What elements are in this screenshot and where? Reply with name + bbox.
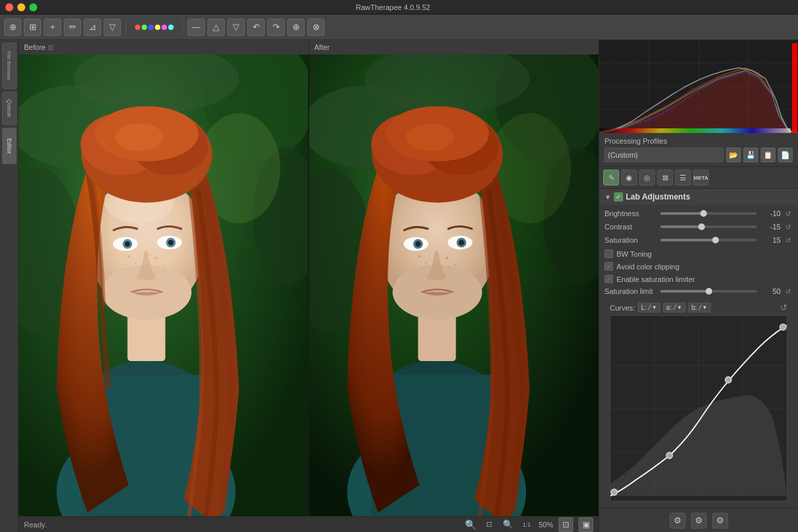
brightness-reset[interactable]: ↺ [783, 209, 793, 218]
sidebar-item-queue[interactable]: Queue [2, 92, 17, 125]
image-area: Before ⊡ After [19, 40, 598, 532]
brightness-track[interactable] [660, 212, 757, 215]
pencil-tool-btn[interactable]: ✏ [64, 19, 81, 36]
panels-scroll: ▼ ✓ Lab Adjustments Brightness -10 ↺ [599, 189, 798, 508]
sidebar-item-editor[interactable]: Editor [2, 128, 17, 164]
left-sidebar: File Browser Queue Editor [0, 40, 19, 532]
color-dot-magenta [162, 25, 167, 30]
sat-limit-track[interactable] [660, 290, 757, 293]
crop-tool-btn[interactable]: ⊕ [4, 19, 21, 36]
b-channel-select[interactable]: b: ∕ ▼ [688, 303, 711, 313]
before-icon: ⊡ [48, 44, 53, 51]
lab-adjustments-title: Lab Adjustments [626, 192, 690, 201]
curves-canvas[interactable] [610, 315, 787, 501]
meta-tool-btn[interactable]: META [693, 170, 709, 186]
pp-copy-btn[interactable]: 📋 [761, 148, 775, 162]
triangle-up-btn[interactable]: △ [207, 19, 225, 36]
status-text: Ready. [24, 521, 47, 529]
svg-point-61 [406, 124, 454, 151]
color-tool-btn[interactable]: ◎ [639, 170, 655, 186]
bottom-bar: Ready. 🔍 ⊡ 🔍 1:1 50% ⊡ ▣ [19, 516, 598, 532]
lab-adjustments-content: Brightness -10 ↺ Contrast [599, 205, 798, 508]
brightness-slider-row: Brightness -10 ↺ [604, 209, 793, 218]
main-toolbar: ⊕ ⊞ + ✏ ⊿ ▽ — △ ▽ ↶ ↷ ⊕ ⊗ [0, 15, 798, 40]
transform-tool-btn[interactable]: ⊿ [84, 19, 101, 36]
saturation-thumb[interactable] [712, 237, 719, 243]
after-label: After [309, 40, 599, 55]
contrast-label: Contrast [604, 223, 658, 231]
toolbar-separator-2 [182, 20, 183, 35]
avoid-clipping-label: Avoid color clipping [616, 263, 680, 271]
saturation-value: 15 [759, 236, 781, 244]
svg-point-54 [446, 257, 448, 259]
sat-limit-reset[interactable]: ↺ [783, 287, 793, 296]
processing-profile-select[interactable]: (Custom) [604, 148, 724, 162]
select-tool-btn[interactable]: ⊞ [24, 19, 41, 36]
filter-tool-btn[interactable]: ▽ [104, 19, 121, 36]
hand-tool-btn[interactable]: + [44, 19, 61, 36]
raw-tool-btn[interactable]: ☰ [675, 170, 691, 186]
zoom-100-btn[interactable]: 1:1 [520, 518, 533, 531]
footer-settings-btn[interactable]: ⚙ [670, 513, 686, 529]
zoom-out-btn[interactable]: 🔍 [464, 518, 477, 531]
contrast-track[interactable] [660, 225, 757, 228]
sat-limiter-row: ✓ Enable saturation limiter [604, 274, 793, 284]
zoom-remove-btn[interactable]: ⊗ [307, 19, 325, 36]
sidebar-item-filebrowser[interactable]: File Browser [2, 43, 17, 89]
svg-point-51 [459, 240, 464, 245]
minimize-button[interactable] [17, 3, 25, 11]
contrast-reset[interactable]: ↺ [783, 222, 793, 231]
brightness-thumb[interactable] [700, 210, 707, 217]
contrast-thumb[interactable] [698, 223, 705, 230]
svg-point-56 [416, 264, 417, 265]
undo-btn[interactable]: ↶ [247, 19, 265, 36]
curves-chart [610, 316, 787, 502]
panel-enable-btn[interactable]: ✓ [614, 192, 623, 201]
zoom-add-btn[interactable]: ⊕ [287, 19, 305, 36]
images-container [19, 55, 598, 516]
bottom-fullscreen-btn[interactable]: ⊡ [559, 517, 573, 532]
a-channel-select[interactable]: a: ∕ ▼ [663, 303, 686, 313]
footer-settings3-btn[interactable]: ⚙ [712, 513, 728, 529]
sat-limit-thumb[interactable] [706, 288, 712, 295]
detail-tool-btn[interactable]: ◉ [621, 170, 637, 186]
maximize-button[interactable] [29, 3, 37, 11]
window-controls[interactable] [5, 3, 37, 11]
redo-btn[interactable]: ↷ [267, 19, 285, 36]
triangle-down-btn[interactable]: ▽ [227, 19, 245, 36]
svg-point-52 [418, 255, 420, 257]
bottom-split-btn[interactable]: ▣ [579, 517, 593, 532]
saturation-reset[interactable]: ↺ [783, 235, 793, 245]
saturation-slider-row: Saturation 15 ↺ [604, 235, 793, 245]
curves-reset-btn[interactable]: ↺ [780, 303, 787, 313]
pp-save-btn[interactable]: 💾 [743, 148, 758, 162]
minus-btn[interactable]: — [188, 19, 205, 36]
svg-point-82 [780, 324, 786, 330]
svg-point-81 [726, 376, 732, 382]
exposure-tool-btn[interactable]: ✎ [603, 170, 619, 186]
tool-icons-row: ✎ ◉ ◎ ⊠ ☰ META [599, 167, 798, 189]
curves-header: Curves: L: ∕ ▼ a: ∕ ▼ [604, 300, 793, 315]
sat-limit-label: Saturation limit [604, 287, 658, 295]
sat-limiter-checkbox[interactable]: ✓ [604, 275, 613, 283]
avoid-clipping-checkbox[interactable]: ✓ [604, 262, 613, 271]
zoom-fit-btn[interactable]: ⊡ [483, 518, 496, 531]
transform-tool-btn2[interactable]: ⊠ [657, 170, 673, 186]
lab-adjustments-header[interactable]: ▼ ✓ Lab Adjustments [599, 189, 798, 205]
brightness-label: Brightness [604, 209, 658, 217]
main-area: File Browser Queue Editor Before ⊡ After [0, 40, 798, 532]
saturation-track[interactable] [660, 239, 757, 241]
color-dot-green [142, 25, 147, 30]
pp-load-btn[interactable]: 📂 [726, 148, 741, 162]
close-button[interactable] [5, 3, 13, 11]
svg-rect-70 [599, 128, 791, 133]
bw-toning-checkbox[interactable] [604, 249, 613, 258]
footer-settings2-btn[interactable]: ⚙ [691, 513, 707, 529]
contrast-slider-row: Contrast -15 ↺ [604, 222, 793, 231]
svg-point-24 [164, 264, 166, 265]
panel-footer: ⚙ ⚙ ⚙ [599, 508, 798, 532]
brightness-value: -10 [759, 209, 781, 217]
zoom-in-btn[interactable]: 🔍 [501, 518, 515, 531]
l-channel-select[interactable]: L: ∕ ▼ [638, 303, 660, 313]
pp-paste-btn[interactable]: 📄 [778, 148, 793, 162]
